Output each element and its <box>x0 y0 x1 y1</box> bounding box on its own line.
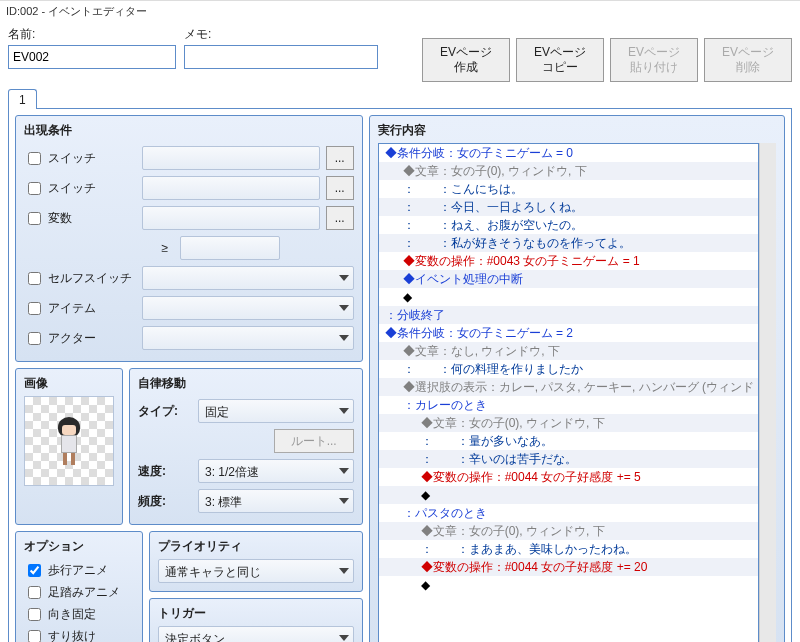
autonomous-movement-group: 自律移動 タイプ: 固定 ルート... 速度: 3: 1/2倍速 <box>129 368 363 525</box>
cond-item[interactable]: アイテム <box>24 299 136 318</box>
btn-line2: コピー <box>542 60 578 75</box>
contents-group: 実行内容 ◆条件分岐：女の子ミニゲーム = 0◆文章：女の子(0), ウィンドウ… <box>369 115 785 642</box>
opt-dir-fix-checkbox[interactable] <box>28 608 41 621</box>
cond-switch2-browse[interactable]: ... <box>326 176 354 200</box>
command-line[interactable]: ： ：ねえ、お腹が空いたの。 <box>379 216 758 234</box>
memo-input[interactable] <box>184 45 378 69</box>
command-line[interactable]: ◆選択肢の表示：カレー, パスタ, ケーキー, ハンバーグ (ウィンド <box>379 378 758 396</box>
chevron-down-icon <box>339 498 349 504</box>
conditions-title: 出現条件 <box>24 122 354 139</box>
cond-switch1-browse[interactable]: ... <box>326 146 354 170</box>
character-sprite <box>53 417 85 465</box>
command-line[interactable]: ◆変数の操作：#0044 女の子好感度 += 5 <box>379 468 758 486</box>
name-input[interactable] <box>8 45 176 69</box>
move-speed-select[interactable]: 3: 1/2倍速 <box>198 459 354 483</box>
autonomous-title: 自律移動 <box>138 375 354 392</box>
command-line[interactable]: ：分岐終了 <box>379 306 758 324</box>
command-line[interactable]: ： ：量が多いなあ。 <box>379 432 758 450</box>
opt-through-label: すり抜け <box>48 628 96 643</box>
cond-switch2[interactable]: スイッチ <box>24 179 136 198</box>
cond-actor-select[interactable] <box>142 326 354 350</box>
ev-page-delete-button: EVページ 削除 <box>704 38 792 82</box>
cond-self-switch-label: セルフスイッチ <box>48 270 132 287</box>
chevron-down-icon <box>339 275 349 281</box>
cond-self-switch-select[interactable] <box>142 266 354 290</box>
cond-switch2-field[interactable] <box>142 176 320 200</box>
cond-variable-ge-label: ≥ <box>24 241 174 255</box>
command-line[interactable]: ◆ <box>379 576 758 594</box>
cond-actor-label: アクター <box>48 330 96 347</box>
btn-line2: 削除 <box>736 60 760 75</box>
opt-walk-anime[interactable]: 歩行アニメ <box>24 559 134 581</box>
cond-variable-value-spinner[interactable] <box>180 236 280 260</box>
command-line[interactable]: ：カレーのとき <box>379 396 758 414</box>
command-line[interactable]: ◆イベント処理の中断 <box>379 270 758 288</box>
image-title: 画像 <box>24 375 114 392</box>
chevron-down-icon <box>339 468 349 474</box>
event-command-list[interactable]: ◆条件分岐：女の子ミニゲーム = 0◆文章：女の子(0), ウィンドウ, 下： … <box>378 143 759 642</box>
chevron-down-icon <box>339 305 349 311</box>
move-type-select[interactable]: 固定 <box>198 399 354 423</box>
tab-page-1[interactable]: 1 <box>8 89 37 109</box>
cond-variable[interactable]: 変数 <box>24 209 136 228</box>
command-line[interactable]: ： ：今日、一日よろしくね。 <box>379 198 758 216</box>
command-line[interactable]: ◆変数の操作：#0043 女の子ミニゲーム = 1 <box>379 252 758 270</box>
command-line[interactable]: ◆変数の操作：#0044 女の子好感度 += 20 <box>379 558 758 576</box>
cond-item-checkbox[interactable] <box>28 302 41 315</box>
command-line[interactable]: ： ：何の料理を作りましたか <box>379 360 758 378</box>
options-title: オプション <box>24 538 134 555</box>
command-line[interactable]: ◆文章：女の子(0), ウィンドウ, 下 <box>379 522 758 540</box>
trigger-group: トリガー 決定ボタン <box>149 598 363 642</box>
ev-page-copy-button[interactable]: EVページ コピー <box>516 38 604 82</box>
cond-actor-checkbox[interactable] <box>28 332 41 345</box>
window-title: ID:002 - イベントエディター <box>0 0 800 22</box>
command-line[interactable]: ◆文章：女の子(0), ウィンドウ, 下 <box>379 414 758 432</box>
command-line[interactable]: ： ：まあまあ、美味しかったわね。 <box>379 540 758 558</box>
command-line[interactable]: ◆文章：女の子(0), ウィンドウ, 下 <box>379 162 758 180</box>
opt-step-anime-checkbox[interactable] <box>28 586 41 599</box>
trigger-title: トリガー <box>158 605 354 622</box>
cond-switch1-field[interactable] <box>142 146 320 170</box>
cond-actor[interactable]: アクター <box>24 329 136 348</box>
move-type-label: タイプ: <box>138 403 192 420</box>
btn-line2: 貼り付け <box>630 60 678 75</box>
cond-variable-field[interactable] <box>142 206 320 230</box>
character-image-picker[interactable] <box>24 396 114 486</box>
conditions-group: 出現条件 スイッチ ... スイッチ ... <box>15 115 363 362</box>
scrollbar[interactable] <box>759 143 776 642</box>
chevron-down-icon <box>339 335 349 341</box>
opt-walk-anime-checkbox[interactable] <box>28 564 41 577</box>
image-group: 画像 <box>15 368 123 525</box>
priority-select[interactable]: 通常キャラと同じ <box>158 559 354 583</box>
command-line[interactable]: ◆文章：なし, ウィンドウ, 下 <box>379 342 758 360</box>
command-line[interactable]: ： ：こんにちは。 <box>379 180 758 198</box>
cond-self-switch[interactable]: セルフスイッチ <box>24 269 136 288</box>
cond-switch1-label: スイッチ <box>48 150 96 167</box>
opt-step-anime-label: 足踏みアニメ <box>48 584 120 601</box>
opt-through[interactable]: すり抜け <box>24 625 134 642</box>
priority-value: 通常キャラと同じ <box>159 560 353 581</box>
command-line[interactable]: ： ：私が好きそうなものを作ってよ。 <box>379 234 758 252</box>
command-line[interactable]: ： ：辛いのは苦手だな。 <box>379 450 758 468</box>
cond-item-select[interactable] <box>142 296 354 320</box>
btn-line1: EVページ <box>722 45 774 60</box>
command-line[interactable]: ◆条件分岐：女の子ミニゲーム = 0 <box>379 144 758 162</box>
move-freq-select[interactable]: 3: 標準 <box>198 489 354 513</box>
cond-switch2-checkbox[interactable] <box>28 182 41 195</box>
command-line[interactable]: ：パスタのとき <box>379 504 758 522</box>
cond-variable-browse[interactable]: ... <box>326 206 354 230</box>
cond-variable-checkbox[interactable] <box>28 212 41 225</box>
btn-line1: EVページ <box>440 45 492 60</box>
command-line[interactable]: ◆ <box>379 486 758 504</box>
cond-self-switch-checkbox[interactable] <box>28 272 41 285</box>
opt-step-anime[interactable]: 足踏みアニメ <box>24 581 134 603</box>
command-line[interactable]: ◆条件分岐：女の子ミニゲーム = 2 <box>379 324 758 342</box>
cond-switch1[interactable]: スイッチ <box>24 149 136 168</box>
opt-dir-fix[interactable]: 向き固定 <box>24 603 134 625</box>
move-speed-value: 3: 1/2倍速 <box>199 460 353 481</box>
ev-page-create-button[interactable]: EVページ 作成 <box>422 38 510 82</box>
command-line[interactable]: ◆ <box>379 288 758 306</box>
opt-through-checkbox[interactable] <box>28 630 41 643</box>
cond-switch1-checkbox[interactable] <box>28 152 41 165</box>
trigger-select[interactable]: 決定ボタン <box>158 626 354 642</box>
